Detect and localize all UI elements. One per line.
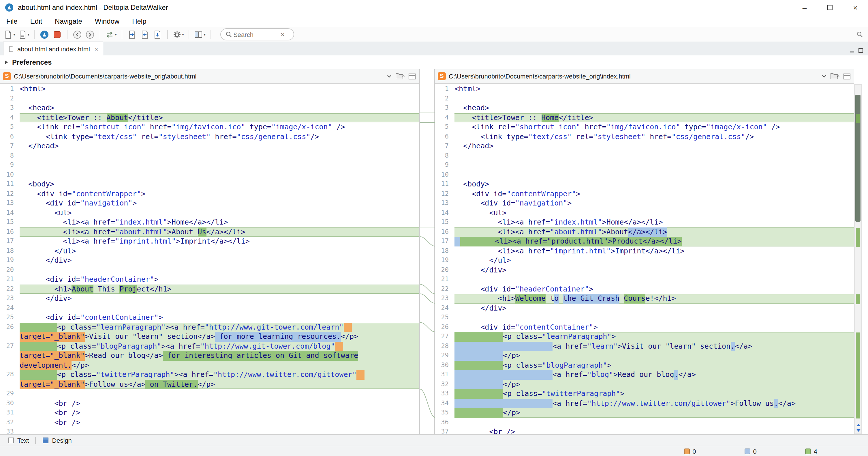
code-line[interactable] [455,161,854,170]
code-line[interactable] [455,418,854,427]
maximize-view-icon[interactable] [858,48,863,53]
code-line[interactable]: target="_blank">Follow us</a> on Twitter… [20,379,419,389]
menu-help[interactable]: Help [126,17,153,25]
code-line[interactable]: <body> [20,179,419,189]
maximize-button[interactable] [817,0,843,15]
code-line[interactable]: <br /> [20,418,419,427]
editor-layout-icon[interactable] [843,73,851,80]
code-line[interactable]: <link type="text/css" rel="stylesheet" h… [20,132,419,141]
code-line[interactable]: <body> [455,179,854,189]
code-line[interactable]: </head> [455,141,854,151]
compare-button[interactable] [39,28,50,40]
code-line[interactable]: <br /> [455,427,854,434]
close-button[interactable]: × [843,0,868,15]
code-line[interactable]: <div id="contentWrapper"> [20,189,419,199]
code-line[interactable] [20,161,419,170]
code-line[interactable]: </p> [455,408,854,418]
code-line[interactable]: <li><a href="product.html">Product</a></… [455,237,854,246]
code-line[interactable] [20,94,419,103]
code-line[interactable] [455,170,854,179]
code-line[interactable]: <title>Tower :: About</title> [20,113,419,122]
code-line[interactable]: </ul> [20,246,419,256]
merge-all-button[interactable] [152,28,162,40]
settings-button[interactable]: ▾ [172,28,184,40]
code-line[interactable]: <p class="blogParagraph"> [455,361,854,370]
code-line[interactable] [20,170,419,179]
tab-close-icon[interactable]: × [95,45,98,52]
code-line[interactable] [20,303,419,313]
session-tab[interactable]: about.html and index.html × [3,41,103,55]
code-line[interactable]: <title>Tower :: Home</title> [455,113,854,122]
code-line[interactable] [455,313,854,322]
code-line[interactable] [455,151,854,161]
code-line[interactable]: <br /> [20,408,419,418]
code-line[interactable]: <div id="headerContainer"> [20,275,419,284]
tab-design[interactable]: Design [37,435,76,445]
stop-button[interactable] [52,28,62,40]
chevron-down-icon[interactable] [821,73,827,79]
code-line[interactable]: <p class="blogParagraph"><a href="http:/… [20,341,419,351]
code-line[interactable]: <a href="blog">Read our blog.</a> [455,370,854,379]
previous-difference-button[interactable] [72,28,83,40]
code-line[interactable]: </p> [455,351,854,361]
menu-file[interactable]: File [0,17,24,25]
code-line[interactable]: development.</p> [20,361,419,370]
code-line[interactable]: </div> [20,294,419,303]
code-line[interactable]: </head> [20,141,419,151]
code-line[interactable]: <div id="contentContainer"> [455,322,854,332]
chevron-down-icon[interactable] [386,73,392,79]
code-line[interactable]: <div id="navigation"> [20,199,419,208]
next-difference-button[interactable] [85,28,95,40]
code-line[interactable]: <link rel="shortcut icon" href="img/favi… [455,122,854,132]
code-line[interactable]: <li><a href="index.html">Home</a></li> [455,218,854,227]
code-line[interactable]: target="_blank">Visit our "learn" sectio… [20,332,419,341]
code-line[interactable]: <li><a href="imprint.html">Imprint</a></… [20,237,419,246]
code-line[interactable]: <html> [455,84,854,94]
code-line[interactable]: <link type="text/css" rel="stylesheet" h… [455,132,854,141]
code-line[interactable]: <link rel="shortcut icon" href="img/favi… [20,122,419,132]
code-line[interactable]: <li><a href="index.html">Home</a></li> [20,218,419,227]
code-line[interactable]: <li><a href="about.html">About</a></li> [455,227,854,237]
collapse-chevron-icon[interactable] [4,59,9,65]
copy-to-right-button[interactable] [127,28,137,40]
open-session-button[interactable]: ▾ [18,28,29,40]
code-line[interactable]: <li><a href="imprint.html">Imprint</a></… [455,246,854,256]
code-line[interactable] [20,389,419,399]
code-line[interactable]: </p> [455,379,854,389]
code-line[interactable]: <p class="twitterParagraph"> [455,389,854,399]
code-line[interactable]: <ul> [20,208,419,218]
vertical-scrollbar[interactable] [854,84,862,434]
diff-navigation-arrows[interactable] [855,423,862,432]
code-line[interactable]: </div> [455,303,854,313]
code-line[interactable]: <html> [20,84,419,94]
code-line[interactable] [20,151,419,161]
code-line[interactable]: <ul> [455,208,854,218]
code-line[interactable]: <h1>Welcome to the Git Crash Course!</h1… [455,294,854,303]
right-code-view[interactable]: 1234567891011121314151617181920212223242… [435,84,854,434]
code-line[interactable] [20,427,419,434]
open-file-folder-icon[interactable] [395,72,405,80]
open-file-folder-icon[interactable] [830,72,840,80]
layout-columns-button[interactable]: ▾ [194,28,206,40]
scrollbar-diff-mark[interactable] [856,294,860,304]
code-line[interactable]: <div id="contentContainer"> [20,313,419,322]
swap-sides-button[interactable]: ▾ [105,28,117,40]
scrollbar-diff-mark[interactable] [856,333,860,418]
copy-to-left-button[interactable] [139,28,150,40]
code-line[interactable]: <a href="learn">Visit our "learn" sectio… [455,341,854,351]
code-line[interactable]: <div id="navigation"> [455,199,854,208]
quick-access-search-icon[interactable] [854,28,865,40]
tab-text[interactable]: Text [3,435,33,445]
search-clear-icon[interactable]: × [281,30,285,38]
code-line[interactable]: <head> [455,103,854,113]
menu-edit[interactable]: Edit [24,17,49,25]
code-line[interactable]: </div> [455,265,854,275]
scrollbar-diff-mark[interactable] [856,113,860,123]
scrollbar-diff-mark[interactable] [856,228,860,247]
code-line[interactable]: <p class="twitterParagraph"><a href="htt… [20,370,419,379]
code-line[interactable]: </ul> [455,256,854,265]
code-line[interactable]: <p class="learnParagraph"><a href="http:… [20,322,419,332]
left-code-view[interactable]: 1234567891011121314151617181920212223242… [0,84,419,434]
minimize-button[interactable]: – [792,0,817,15]
code-line[interactable] [20,265,419,275]
